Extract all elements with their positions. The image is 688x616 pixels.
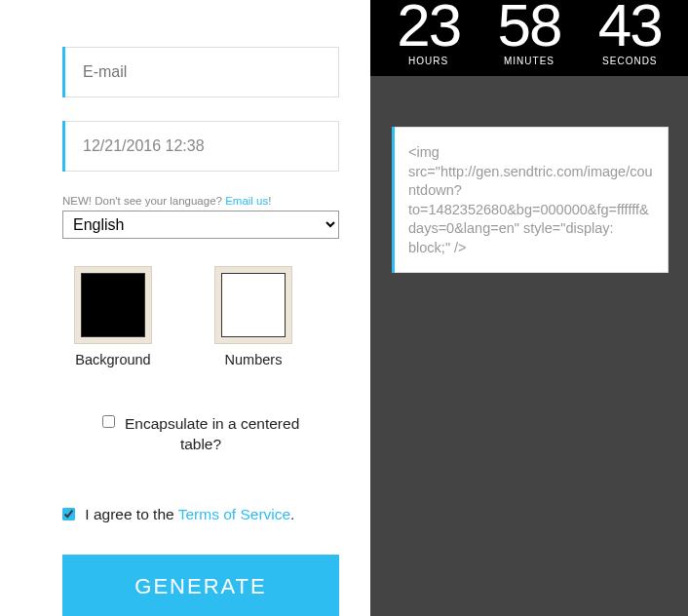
- numbers-swatch: [221, 273, 286, 337]
- email-us-link[interactable]: Email us: [225, 195, 268, 207]
- numbers-color-picker[interactable]: [214, 266, 292, 344]
- countdown-seconds-label: SECONDS: [598, 56, 662, 66]
- terms-checkbox[interactable]: [62, 508, 75, 520]
- countdown-seconds: 43: [598, 0, 662, 52]
- background-swatch: [81, 273, 145, 337]
- countdown-preview: 23 HOURS 58 MINUTES 43 SECONDS: [370, 0, 688, 76]
- terms-link[interactable]: Terms of Service: [178, 506, 290, 522]
- embed-code-textarea[interactable]: [395, 127, 669, 273]
- encapsulate-label[interactable]: Encapsulate in a centered table?: [101, 414, 300, 455]
- background-color-picker[interactable]: [74, 266, 152, 344]
- background-swatch-label: Background: [74, 352, 152, 367]
- language-select[interactable]: English: [62, 211, 339, 239]
- countdown-minutes: 58: [498, 0, 561, 52]
- numbers-swatch-label: Numbers: [214, 352, 292, 367]
- email-field[interactable]: [65, 47, 339, 97]
- terms-label[interactable]: I agree to the Terms of Service.: [62, 506, 294, 522]
- generate-button[interactable]: GENERATE: [62, 555, 339, 616]
- datetime-field[interactable]: [65, 121, 339, 172]
- language-note: NEW! Don't see your language? Email us!: [62, 195, 339, 207]
- countdown-hours: 23: [397, 0, 460, 52]
- countdown-minutes-label: MINUTES: [498, 56, 561, 66]
- encapsulate-checkbox[interactable]: [102, 415, 115, 428]
